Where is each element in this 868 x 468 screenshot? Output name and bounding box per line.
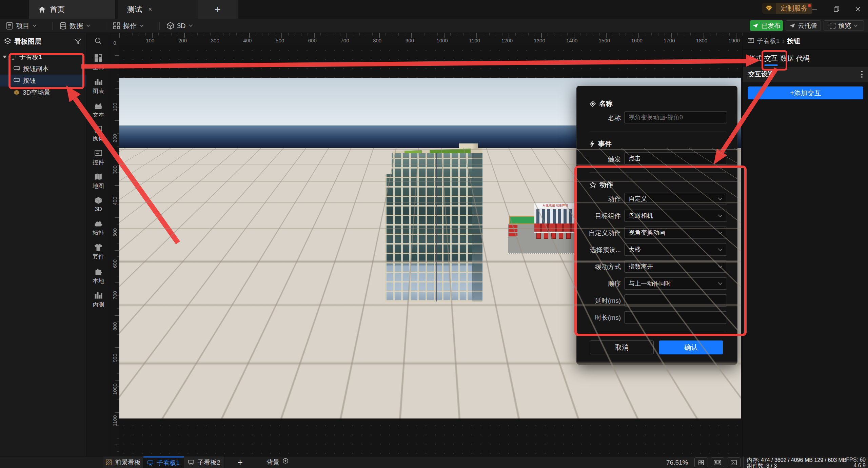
lightning-icon: [590, 141, 595, 147]
caret-down-icon[interactable]: [3, 56, 7, 58]
strip-item-local[interactable]: 本地: [86, 268, 110, 285]
field-dropdown[interactable]: 大楼: [624, 243, 727, 256]
building-fire-station[interactable]: 对党忠诚 纪律严明: [508, 203, 576, 254]
tab-document[interactable]: 测试 ×: [118, 0, 198, 19]
strip-item-topology[interactable]: 拓扑: [86, 220, 110, 237]
tab-home[interactable]: 首页: [29, 0, 115, 19]
dialog-field-row: 选择预设... 大楼: [577, 243, 737, 256]
strip-item-text[interactable]: 文本: [86, 101, 110, 119]
tab-interaction[interactable]: 交互: [764, 50, 778, 67]
dialog-field-row: 延时(ms): [577, 294, 737, 307]
name-input[interactable]: 视角变换动画-视角0: [624, 111, 727, 123]
tab-style[interactable]: 样式: [749, 50, 762, 67]
field-dropdown[interactable]: 自定义: [624, 193, 727, 205]
fire-truck: [559, 233, 563, 239]
map-icon: [94, 173, 102, 181]
dialog-event-section-title: 事件: [590, 139, 612, 149]
keyboard-shortcuts-icon[interactable]: [711, 457, 724, 467]
ruler-label: 1100: [458, 33, 491, 46]
console-icon[interactable]: [727, 457, 741, 467]
add-interaction-button[interactable]: +添加交互: [748, 86, 863, 99]
chevron-down-icon: [86, 24, 90, 27]
vip-badge[interactable]: 定制服务: [762, 3, 812, 14]
menu-3d[interactable]: 3D: [167, 19, 193, 33]
ruler-label: 1300: [523, 33, 556, 46]
strip-item-control[interactable]: 控件: [86, 149, 110, 166]
board-tab-sub2[interactable]: 子看板2: [184, 456, 225, 468]
ruler-label: 1700: [653, 33, 686, 46]
chevron-down-icon: [854, 24, 858, 27]
preview-button[interactable]: 预览: [824, 20, 864, 31]
field-dropdown[interactable]: [624, 311, 727, 324]
field-dropdown[interactable]: [624, 294, 727, 307]
board-icon: [748, 38, 754, 44]
paper-plane-icon: [789, 23, 795, 28]
tree-item-button[interactable]: 按钮: [0, 75, 86, 86]
dialog-field-row: 时长(ms): [577, 311, 737, 324]
strip-item-map[interactable]: 地图: [86, 173, 110, 190]
fps-status: FPS: 60: [846, 457, 866, 463]
ruler-label: 300: [199, 33, 231, 46]
building-tower[interactable]: [385, 148, 482, 301]
ruler-label: 900: [394, 33, 426, 46]
station-banner: 对党忠诚 纪律严明: [534, 203, 576, 208]
fit-view-icon[interactable]: [694, 457, 708, 467]
strip-item-3d[interactable]: 3D: [86, 196, 110, 213]
ruler-label: 200: [110, 123, 119, 154]
tab-close-icon[interactable]: ×: [148, 5, 152, 13]
ruler-label: 1400: [556, 33, 588, 46]
field-dropdown[interactable]: 鸟瞰相机: [624, 210, 727, 222]
database-icon: [60, 22, 66, 30]
tree-item-button-copy[interactable]: 按钮副本: [0, 63, 86, 75]
vip-badge-label: 定制服务: [776, 3, 812, 14]
strip-item-all[interactable]: 全部: [86, 54, 110, 71]
ruler-label: 300: [110, 154, 119, 186]
field-dropdown[interactable]: 视角变换动画: [624, 227, 727, 239]
fire-truck: [509, 225, 517, 228]
strip-item-media[interactable]: 媒体: [86, 125, 110, 142]
zoom-level[interactable]: 76.51%: [666, 456, 688, 468]
strip-item-beta[interactable]: 内测: [86, 291, 110, 309]
tab-data[interactable]: 数据: [780, 50, 794, 67]
add-board-button[interactable]: +: [225, 456, 255, 468]
publish-button[interactable]: 已发布: [750, 20, 783, 31]
restore-button[interactable]: [830, 3, 843, 15]
trigger-input[interactable]: 点击: [624, 152, 727, 164]
search-icon[interactable]: [86, 37, 110, 45]
tab-code[interactable]: 代码: [796, 50, 810, 67]
confirm-button[interactable]: 确认: [659, 340, 723, 354]
field-label: 动作: [584, 195, 621, 203]
board-tab-sub1[interactable]: 子看板1: [143, 456, 184, 468]
menu-operate[interactable]: 操作: [113, 19, 144, 33]
board-tab-foreground[interactable]: 前景看板: [103, 456, 143, 468]
strip-item-kit[interactable]: 套件: [86, 244, 110, 260]
menu-project[interactable]: 项目: [6, 19, 37, 33]
background-tab[interactable]: 背景: [255, 456, 299, 468]
ruler-label: 1200: [491, 33, 524, 46]
tower-seam: [436, 148, 437, 301]
fire-truck: [566, 233, 571, 239]
minimize-button[interactable]: [809, 3, 821, 15]
grid-icon: [113, 22, 120, 29]
new-tab-button[interactable]: +: [198, 0, 238, 19]
field-dropdown[interactable]: 与上一动作同时: [624, 277, 727, 290]
version-number: 4.6.9: [853, 463, 866, 468]
easel-icon: [147, 460, 153, 466]
name-field-label: 名称: [584, 114, 621, 123]
filter-icon[interactable]: [75, 38, 81, 45]
ruler-label: 200: [166, 33, 199, 46]
tree-item-3d-scene[interactable]: 3D空场景: [0, 86, 86, 98]
cloud-host-button[interactable]: 云托管: [786, 20, 821, 31]
breadcrumb-parent[interactable]: 子看板1: [757, 37, 780, 45]
close-button[interactable]: [852, 3, 864, 15]
station-basketball-court: [509, 216, 535, 224]
cancel-button[interactable]: 取消: [590, 340, 654, 354]
kebab-menu-icon[interactable]: [861, 71, 863, 78]
strip-item-chart[interactable]: 图表: [86, 78, 110, 95]
menu-data[interactable]: 数据: [60, 19, 90, 33]
chevron-down-icon: [33, 24, 37, 27]
breadcrumb-separator: ›: [783, 37, 785, 45]
tab-doc-label: 测试: [127, 4, 142, 15]
tree-item-subboard1[interactable]: 子看板1: [0, 51, 86, 63]
field-dropdown[interactable]: 指数离开: [624, 260, 727, 273]
